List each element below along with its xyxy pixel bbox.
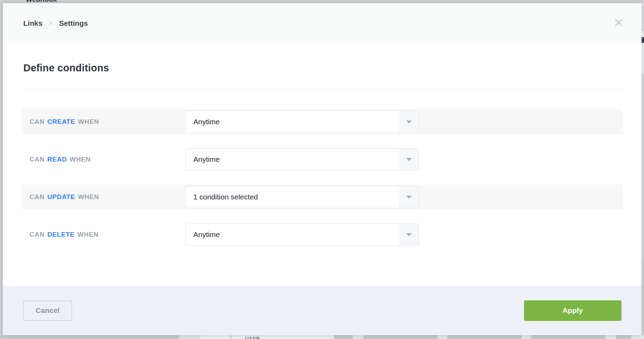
chevron-down-icon: [399, 186, 419, 208]
label-action: CREATE: [47, 118, 75, 126]
label-suffix: WHEN: [70, 156, 90, 163]
screen: Webhook USER Links › Settings: [0, 0, 644, 339]
background-table-header: USER: [245, 336, 260, 339]
condition-label: CAN DELETE WHEN: [30, 222, 98, 247]
breadcrumb-item-links[interactable]: Links: [23, 19, 42, 27]
breadcrumb-item-settings[interactable]: Settings: [59, 19, 88, 27]
label-suffix: WHEN: [78, 118, 99, 126]
background-app-strip-bottom: USER: [0, 335, 644, 339]
read-condition-dropdown[interactable]: Anytime: [185, 148, 419, 171]
background-partial-glyph: [642, 37, 644, 43]
label-prefix: CAN: [30, 156, 45, 163]
chevron-right-icon: ›: [49, 18, 52, 28]
settings-modal: Links › Settings Define conditions CAN C…: [3, 3, 642, 335]
label-action: UPDATE: [47, 193, 75, 201]
background-app-strip-top: Webhook: [0, 0, 644, 3]
background-fragment: [642, 3, 644, 31]
background-table-gridline: [231, 335, 231, 339]
divider: [23, 89, 622, 89]
background-partial-text: Webhook: [26, 0, 57, 3]
background-app-strip-right: [642, 0, 644, 339]
update-condition-dropdown[interactable]: 1 condition selected: [185, 186, 419, 208]
label-action: READ: [47, 156, 67, 163]
condition-row-read: CAN READ WHEN Anytime: [22, 147, 622, 172]
background-fragment: [642, 43, 644, 74]
apply-button[interactable]: Apply: [524, 300, 621, 321]
condition-row-delete: CAN DELETE WHEN Anytime: [22, 222, 622, 247]
background-fragment: [642, 31, 644, 37]
breadcrumb: Links › Settings: [23, 3, 88, 43]
delete-condition-dropdown[interactable]: Anytime: [185, 223, 419, 246]
background-table-gridline: [438, 335, 447, 339]
condition-label: CAN UPDATE WHEN: [30, 184, 99, 210]
label-suffix: WHEN: [78, 193, 99, 201]
label-prefix: CAN: [30, 231, 45, 238]
page-title: Define conditions: [23, 62, 109, 74]
dropdown-value: Anytime: [186, 111, 399, 133]
condition-label: CAN CREATE WHEN: [30, 109, 99, 134]
background-table-gridline: [631, 335, 644, 339]
background-fragment: [179, 335, 201, 339]
modal-footer: Cancel Apply: [3, 286, 642, 335]
modal-header: Links › Settings: [3, 3, 642, 43]
condition-row-create: CAN CREATE WHEN Anytime: [22, 109, 622, 134]
close-icon: [614, 18, 623, 27]
cancel-button[interactable]: Cancel: [23, 301, 72, 321]
condition-label: CAN READ WHEN: [30, 147, 91, 172]
close-button[interactable]: [614, 18, 623, 27]
chevron-down-icon: [399, 149, 419, 170]
background-table-gridline: [605, 335, 616, 339]
dropdown-value: 1 condition selected: [186, 186, 399, 208]
background-table-gridline: [522, 335, 531, 339]
label-prefix: CAN: [30, 193, 45, 201]
label-suffix: WHEN: [78, 231, 98, 238]
label-action: DELETE: [47, 231, 75, 238]
background-table-gridline: [353, 335, 363, 339]
background-fragment: [201, 335, 334, 339]
create-condition-dropdown[interactable]: Anytime: [185, 111, 419, 133]
background-fragment: [642, 74, 644, 260]
chevron-down-icon: [399, 224, 419, 245]
dropdown-value: Anytime: [186, 149, 399, 170]
dropdown-value: Anytime: [186, 224, 399, 245]
chevron-down-icon: [399, 111, 419, 133]
label-prefix: CAN: [30, 118, 45, 126]
condition-row-update: CAN UPDATE WHEN 1 condition selected: [22, 184, 622, 210]
